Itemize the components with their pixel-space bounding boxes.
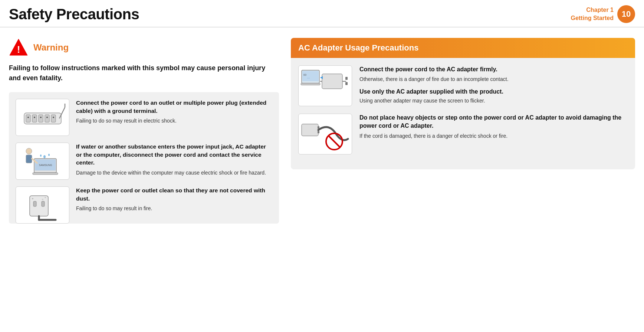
svg-text:~~: ~~ <box>307 77 310 79</box>
ac-item-1-title1: Connect the power cord to the AC adapter… <box>359 65 628 74</box>
left-item-1-title: Connect the power cord to an outlet or m… <box>76 99 272 115</box>
svg-text:!: ! <box>17 44 20 55</box>
dusty-plug-svg <box>19 188 67 222</box>
svg-rect-41 <box>345 77 348 80</box>
ac-item-2-text: Do not place heavy objects or step onto … <box>359 114 628 140</box>
chapter-info: Chapter 1 Getting Started 10 <box>571 5 635 23</box>
warning-description: Failing to follow instructions marked wi… <box>9 63 279 83</box>
svg-point-13 <box>53 117 54 118</box>
svg-rect-6 <box>39 115 43 122</box>
svg-point-12 <box>46 117 48 118</box>
left-item-2-text: If water or another substance enters the… <box>76 143 272 177</box>
ac-adapter-image: 00 ~~ <box>298 65 352 106</box>
power-strip-svg <box>19 102 67 133</box>
svg-rect-37 <box>301 83 320 85</box>
left-item-2-title: If water or another substance enters the… <box>76 143 272 167</box>
svg-rect-48 <box>318 126 319 129</box>
left-item-1-text: Connect the power cord to an outlet or m… <box>76 99 272 125</box>
svg-rect-17 <box>26 155 32 163</box>
cord-damage-svg <box>300 115 351 154</box>
dusty-plug-image <box>16 186 69 224</box>
svg-rect-45 <box>302 124 318 136</box>
cord-damage-image <box>298 114 352 154</box>
left-item-1-desc: Failing to do so may result in electric … <box>76 117 272 125</box>
page-title: Safety Precautions <box>9 6 139 23</box>
svg-point-21 <box>43 155 46 158</box>
svg-rect-5 <box>32 115 37 122</box>
ac-item-1: 00 ~~ Connect the power cord to the AC a… <box>298 65 628 106</box>
svg-point-31 <box>32 198 33 199</box>
left-item-3-text: Keep the power cord or outlet clean so t… <box>76 186 272 212</box>
ac-item-1-title2: Use only the AC adapter supplied with th… <box>359 88 628 95</box>
svg-rect-49 <box>318 131 319 133</box>
page-header: Safety Precautions Chapter 1 Getting Sta… <box>0 0 644 27</box>
warning-label: Warning <box>33 42 69 53</box>
svg-point-11 <box>40 117 42 118</box>
chapter-text: Chapter 1 Getting Started <box>571 6 614 23</box>
svg-rect-42 <box>345 82 348 85</box>
left-item-3-desc: Failing to do so may result in fire. <box>76 205 272 212</box>
svg-point-9 <box>27 117 29 118</box>
svg-rect-34 <box>322 74 342 89</box>
svg-marker-38 <box>320 76 323 79</box>
left-item-2: SAMSUNG If water or another substance en… <box>16 143 272 180</box>
ac-section: AC Adapter Usage Precautions <box>291 38 635 169</box>
svg-rect-36 <box>302 71 319 81</box>
svg-rect-27 <box>33 201 36 206</box>
power-strip-image <box>16 99 69 136</box>
svg-rect-20 <box>33 173 58 175</box>
svg-line-14 <box>59 107 65 118</box>
svg-point-33 <box>42 199 43 200</box>
water-laptop-svg: SAMSUNG <box>19 144 67 179</box>
main-content: ! Warning Failing to follow instructions… <box>0 27 644 238</box>
svg-text:00: 00 <box>303 74 306 76</box>
svg-point-16 <box>26 148 32 154</box>
ac-item-1-desc2: Using another adapter may cause the scre… <box>359 97 628 105</box>
svg-point-23 <box>40 154 42 157</box>
svg-rect-28 <box>42 201 45 206</box>
ac-item-2-title1: Do not place heavy objects or step onto … <box>359 114 628 130</box>
chapter-line2: Getting Started <box>571 15 614 21</box>
left-items-section: Connect the power cord to an outlet or m… <box>9 92 279 224</box>
left-item-3: Keep the power cord or outlet clean so t… <box>16 186 272 224</box>
page-number-badge: 10 <box>617 5 635 23</box>
left-item-3-title: Keep the power cord or outlet clean so t… <box>76 186 272 202</box>
ac-adapter-svg: 00 ~~ <box>300 66 351 105</box>
ac-item-1-text: Connect the power cord to the AC adapter… <box>359 65 628 105</box>
ac-section-body: 00 ~~ Connect the power cord to the AC a… <box>291 58 635 169</box>
svg-rect-8 <box>51 115 56 122</box>
left-item-1: Connect the power cord to an outlet or m… <box>16 99 272 136</box>
chapter-line1: Chapter 1 <box>586 7 614 13</box>
svg-point-10 <box>34 117 35 118</box>
left-column: ! Warning Failing to follow instructions… <box>9 38 291 230</box>
water-laptop-image: SAMSUNG <box>16 143 69 180</box>
ac-item-2-desc1: If the cord is damaged, there is a dange… <box>359 132 628 140</box>
ac-item-1-desc1: Otherwise, there is a danger of fire due… <box>359 75 628 83</box>
ac-section-header: AC Adapter Usage Precautions <box>291 38 635 58</box>
ac-item-2: Do not place heavy objects or step onto … <box>298 114 628 154</box>
svg-point-22 <box>48 154 50 156</box>
svg-point-32 <box>45 197 46 198</box>
svg-rect-7 <box>45 115 49 122</box>
right-column: AC Adapter Usage Precautions <box>291 38 635 230</box>
warning-icon: ! <box>9 38 28 57</box>
svg-rect-4 <box>26 115 30 122</box>
svg-text:SAMSUNG: SAMSUNG <box>39 164 52 166</box>
left-item-2-desc: Damage to the device within the computer… <box>76 169 272 177</box>
warning-header: ! Warning <box>9 38 279 57</box>
